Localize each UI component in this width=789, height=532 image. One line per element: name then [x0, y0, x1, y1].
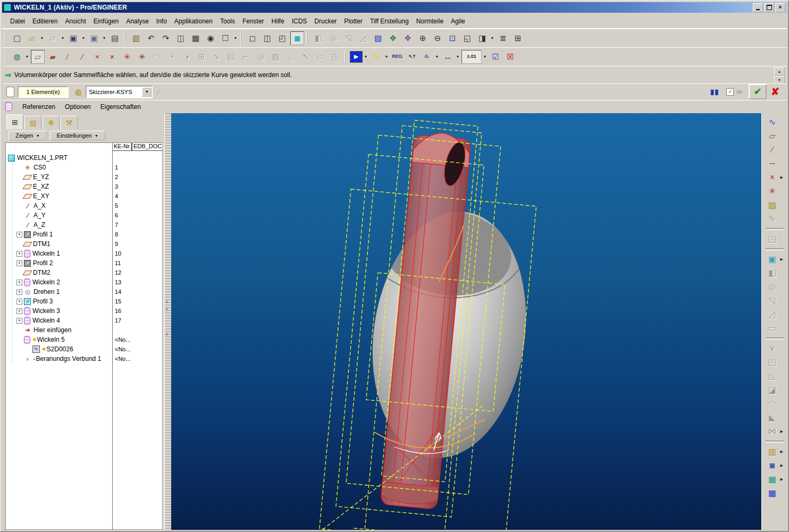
pattern-tool-button[interactable]: ▦: [765, 486, 780, 501]
csys-tag-display-button[interactable]: ✳: [135, 50, 149, 64]
expand-icon[interactable]: +: [16, 289, 22, 295]
expand-icon[interactable]: +: [16, 251, 22, 257]
saved-views-button[interactable]: ◨: [475, 31, 489, 45]
tree-item-wickeln-5[interactable]: ✱Wickeln 5<No...: [6, 335, 162, 344]
render-style-flyout[interactable]: ▼: [24, 51, 30, 63]
relations-tool-button[interactable]: ↖: [299, 50, 313, 64]
minimize-button[interactable]: [753, 3, 763, 12]
reg-tool-button[interactable]: REG: [390, 50, 404, 64]
offset-surface-tool-button[interactable]: ◙: [765, 459, 780, 473]
thicken-tool-flyout[interactable]: ▶: [780, 477, 784, 482]
saved-views-flyout[interactable]: ▼: [490, 32, 495, 44]
tolerance-display-button[interactable]: ±.01: [461, 50, 482, 64]
column-header-edb[interactable]: EDB_DOC: [132, 143, 163, 151]
expand-icon[interactable]: +: [16, 232, 22, 238]
datum-curve-tool-button[interactable]: ∼: [765, 157, 780, 171]
datum-plane-tool-button[interactable]: ▱: [765, 129, 780, 143]
tree-item-drehen-1[interactable]: +⊙Drehen 114: [6, 287, 162, 297]
revolve-tool-button[interactable]: ◎: [765, 280, 780, 294]
offset-surface-tool-flyout[interactable]: ▶: [780, 463, 784, 468]
coil-display-button[interactable]: ▤: [224, 50, 238, 64]
toolbar-grip[interactable]: [5, 50, 7, 63]
style-tool-flyout[interactable]: ▶: [780, 257, 784, 261]
toolbar-grip[interactable]: [5, 32, 7, 45]
sketch-region-tool-button[interactable]: ▥: [765, 445, 780, 459]
menu-editieren[interactable]: Editieren: [29, 16, 61, 27]
draft-tool-button[interactable]: ⋎: [765, 342, 780, 356]
menu-datei[interactable]: Datei: [6, 16, 29, 27]
sweep-tool-button[interactable]: ◹: [765, 294, 780, 308]
units-ruler-button[interactable]: ↔: [441, 50, 455, 64]
menu-tools[interactable]: Tools: [216, 16, 239, 27]
rib-tool-button[interactable]: ◺: [765, 369, 780, 384]
axis-tag-display-button[interactable]: ∕: [75, 50, 89, 64]
history-tab[interactable]: ⚒: [61, 116, 78, 129]
open-button[interactable]: ▱: [25, 31, 39, 45]
tree-item-wickeln-1[interactable]: +Wickeln 110: [6, 249, 162, 258]
corner-display-button[interactable]: ∟: [284, 50, 298, 64]
wireframe-display-button[interactable]: ◻: [246, 31, 259, 45]
toolbar-grip[interactable]: [345, 50, 347, 63]
repaint-button[interactable]: ▨: [371, 31, 385, 45]
units-ruler-flyout[interactable]: ▼: [455, 51, 460, 63]
datum-plane-display-button[interactable]: ▱: [31, 50, 45, 64]
tree-item-a-x[interactable]: ∕A_X5: [6, 201, 162, 210]
datum-point-tool-button[interactable]: ×: [765, 171, 780, 185]
window-confirm-button[interactable]: ☑: [489, 50, 502, 64]
folder-browser-tab[interactable]: ▤: [24, 116, 41, 129]
tree-item-wickeln-1-prt[interactable]: WICKELN_1.PRT: [6, 153, 162, 163]
chevron-down-icon[interactable]: ▼: [142, 87, 152, 97]
dim-display-button[interactable]: d₁: [420, 50, 434, 64]
menu-icds[interactable]: ICDS: [288, 16, 311, 27]
grid-display-button[interactable]: ⊞: [195, 50, 208, 64]
selection-filter-button[interactable]: ▶: [350, 51, 363, 63]
tree-item-wickeln-2[interactable]: +Wickeln 213: [6, 277, 162, 287]
paste-button[interactable]: ▩: [189, 31, 203, 45]
tree-item-dtm2[interactable]: DTM212: [6, 268, 162, 277]
note-display-button[interactable]: N: [370, 50, 383, 64]
tree-item-cs0[interactable]: ✳CS01: [6, 163, 162, 172]
backup-button[interactable]: ▣: [87, 31, 101, 45]
preview-checkbox[interactable]: ✓: [726, 88, 734, 96]
axis-display-button[interactable]: ∕: [61, 50, 74, 64]
menu-tiff-erstellung[interactable]: Tiff Erstellung: [366, 16, 413, 27]
toolbar-grip[interactable]: [124, 32, 127, 45]
favorites-tab[interactable]: ✻: [43, 116, 60, 129]
menu-ansicht[interactable]: Ansicht: [61, 16, 89, 27]
tree-item-profil-1[interactable]: +↗Profil 18: [6, 230, 162, 239]
new-file-button[interactable]: ▢: [10, 31, 24, 45]
tree-item-wickeln-4[interactable]: +Wickeln 417: [6, 316, 162, 325]
sweep-button[interactable]: ◹: [341, 31, 355, 45]
point-tag-display-button[interactable]: ×: [105, 50, 119, 64]
expand-icon[interactable]: +: [16, 260, 22, 266]
tree-item-e-xz[interactable]: E_XZ3: [6, 182, 162, 191]
reorient-button[interactable]: ◱: [460, 31, 474, 45]
tree-item-dtm1[interactable]: DTM19: [6, 239, 162, 249]
merge-tool-button[interactable]: ⋈: [765, 425, 780, 439]
toolbar-grip[interactable]: [306, 32, 309, 45]
tab-eigenschaften[interactable]: Eigenschaften: [96, 102, 146, 112]
datum-csys-tool-button[interactable]: ✳: [765, 184, 780, 199]
plane-tag-display-button[interactable]: ▰: [46, 50, 60, 64]
expand-icon[interactable]: +: [16, 308, 22, 314]
hatch-display-button[interactable]: ▨: [269, 50, 283, 64]
expand-icon[interactable]: +: [16, 318, 22, 324]
tree-item-a-y[interactable]: ∕A_Y6: [6, 210, 162, 220]
set-working-directory-flyout[interactable]: ▼: [60, 32, 65, 44]
tree-item-hier-einf-gen[interactable]: ➜Hier einfügen: [6, 325, 162, 335]
model-tree-tab[interactable]: ⊞: [6, 114, 23, 129]
selection-filter-flyout[interactable]: ▼: [363, 51, 368, 63]
tolerance-display-flyout[interactable]: ▼: [482, 51, 488, 63]
menu-analyse[interactable]: Analyse: [122, 16, 153, 27]
offset-point-tool-button[interactable]: ▨: [765, 198, 780, 213]
shell-tool-button[interactable]: ◰: [765, 356, 780, 370]
tree-item-e-yz[interactable]: E_YZ2: [6, 172, 162, 182]
expand-icon[interactable]: +: [16, 299, 22, 305]
redo-button[interactable]: ↷: [159, 31, 173, 45]
csys-dropdown[interactable]: Skizzierer-KSYS ▼: [86, 86, 153, 98]
settings-menu-button[interactable]: Einstellungen▼: [50, 131, 105, 140]
shaded-display-button[interactable]: ◼: [290, 31, 304, 45]
datum-axis-tool-button[interactable]: ∕: [765, 143, 780, 157]
3d-viewport[interactable]: [171, 113, 765, 530]
fill-tool-button[interactable]: ▭: [765, 322, 780, 336]
